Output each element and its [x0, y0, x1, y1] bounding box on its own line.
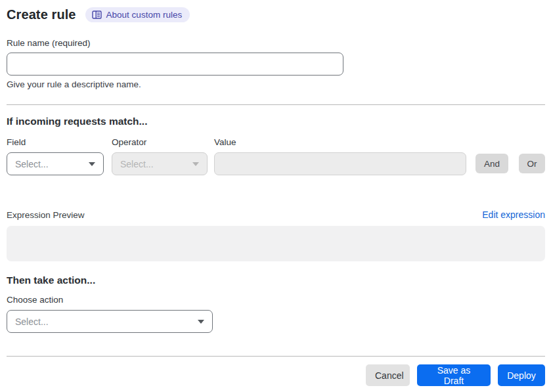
create-rule-form: Create rule About custom rules Rule name… — [0, 0, 551, 386]
match-section-heading: If incoming requests match... — [7, 116, 545, 127]
operator-select: Select... — [112, 152, 208, 175]
chevron-down-icon — [89, 162, 95, 166]
field-select-value: Select... — [15, 159, 49, 169]
and-button[interactable]: And — [475, 154, 508, 173]
chevron-down-icon — [192, 162, 199, 166]
value-column: Value — [214, 137, 466, 175]
header: Create rule About custom rules — [7, 5, 545, 24]
choose-action-label: Choose action — [7, 295, 545, 305]
cancel-button[interactable]: Cancel — [366, 364, 410, 386]
deploy-button[interactable]: Deploy — [498, 364, 545, 386]
footer-actions: Cancel Save as Draft Deploy — [7, 364, 545, 386]
chevron-down-icon — [198, 320, 204, 324]
operator-label: Operator — [112, 137, 208, 147]
book-icon — [92, 11, 102, 19]
save-as-draft-button[interactable]: Save as Draft — [417, 364, 491, 386]
choose-action-select-value: Select... — [15, 316, 49, 327]
rule-name-helper: Give your rule a descriptive name. — [7, 79, 545, 89]
or-button[interactable]: Or — [519, 154, 545, 173]
expression-preview-label: Expression Preview — [7, 210, 85, 220]
andor-button-group: And Or — [475, 154, 545, 173]
expression-preview-header: Expression Preview Edit expression — [7, 209, 545, 220]
edit-expression-link[interactable]: Edit expression — [482, 209, 545, 220]
about-custom-rules-label: About custom rules — [106, 10, 183, 20]
operator-column: Operator Select... — [112, 137, 208, 175]
rule-name-input[interactable] — [7, 53, 343, 76]
value-input — [214, 152, 466, 175]
match-condition-row: Field Select... Operator Select... Value… — [7, 137, 545, 175]
value-label: Value — [214, 137, 466, 147]
expression-preview-panel — [7, 226, 545, 261]
page-title: Create rule — [7, 7, 76, 22]
field-select[interactable]: Select... — [7, 152, 104, 175]
field-label: Field — [7, 137, 104, 147]
rule-name-label: Rule name (required) — [7, 38, 545, 48]
about-custom-rules-link[interactable]: About custom rules — [85, 7, 190, 22]
section-divider-top — [7, 104, 545, 105]
footer-divider — [7, 356, 545, 357]
action-section-heading: Then take action... — [7, 274, 545, 286]
choose-action-select[interactable]: Select... — [7, 310, 213, 333]
field-column: Field Select... — [7, 137, 104, 175]
operator-select-value: Select... — [120, 159, 154, 169]
